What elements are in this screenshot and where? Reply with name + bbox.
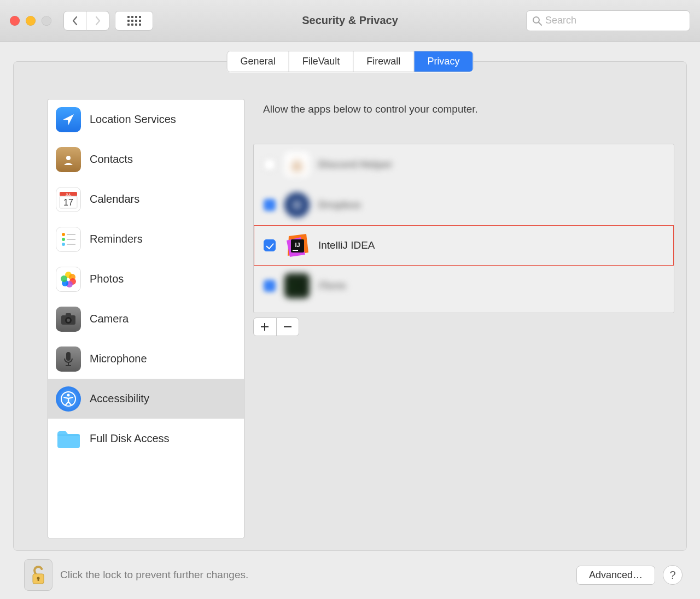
zoom-window-button [42,16,51,26]
back-button[interactable] [63,11,86,31]
camera-icon [56,307,81,332]
accessibility-icon [56,386,81,412]
tab-privacy[interactable]: Privacy [414,51,472,72]
app-name: IntelliJ IDEA [318,239,375,251]
right-pane: Allow the apps below to control your com… [253,99,674,538]
svg-point-22 [67,319,70,322]
folder-icon [56,426,81,451]
chevron-right-icon [95,16,101,26]
app-row[interactable]: Dropbox [254,185,674,225]
question-icon: ? [669,569,675,582]
tab-bar: General FileVault Firewall Privacy [227,51,474,72]
sidebar-item-label: Microphone [90,353,147,365]
sidebar-item-accessibility[interactable]: Accessibility [48,379,244,419]
app-icon: > [284,273,310,298]
sidebar-item-label: Full Disk Access [90,432,170,445]
sidebar-item-label: Calendars [90,193,139,205]
minus-icon [283,322,292,331]
contacts-icon [56,147,81,172]
help-button[interactable]: ? [663,565,682,585]
sidebar-item-location-services[interactable]: Location Services [48,99,244,139]
sidebar-item-microphone[interactable]: Microphone [48,339,244,379]
search-input[interactable] [545,15,684,26]
svg-point-7 [62,233,65,236]
app-name: iTerm [318,280,346,292]
app-row[interactable]: > iTerm [254,266,674,306]
svg-line-1 [539,22,541,25]
reminders-icon [56,227,81,252]
tab-filevault[interactable]: FileVault [289,51,354,72]
photos-icon [56,267,81,292]
app-checkbox[interactable] [264,280,276,292]
sidebar-item-label: Contacts [90,153,133,166]
add-remove-control [253,318,299,336]
sidebar-item-label: Location Services [90,113,176,126]
app-permission-list[interactable]: Discord Helper Dropbox [253,144,674,313]
app-checkbox[interactable] [264,199,276,211]
sidebar-item-reminders[interactable]: Reminders [48,219,244,259]
prefs-panel: General FileVault Firewall Privacy Locat… [13,61,687,551]
app-row[interactable]: Discord Helper [254,144,674,185]
sidebar-item-contacts[interactable]: Contacts [48,139,244,179]
app-icon [284,152,310,177]
lock-hint-text: Click the lock to prevent further change… [60,569,248,581]
footer: Click the lock to prevent further change… [0,551,700,599]
sidebar-item-label: Accessibility [90,392,149,405]
sidebar-item-label: Camera [90,313,129,325]
svg-text:IJ: IJ [295,242,300,248]
calendar-icon: JUL17 [56,187,81,212]
app-checkbox[interactable] [264,239,276,251]
svg-text:>: > [291,283,295,290]
app-name: Discord Helper [318,158,392,171]
svg-text:17: 17 [63,198,73,207]
location-icon [56,107,81,132]
content-area: General FileVault Firewall Privacy Locat… [0,42,700,551]
svg-point-18 [61,275,67,282]
sidebar-item-label: Photos [90,273,124,285]
chevron-left-icon [72,16,78,26]
grid-icon [127,16,141,26]
sidebar-item-label: Reminders [90,233,143,245]
plus-icon [260,322,269,331]
search-icon [532,16,542,26]
lock-button[interactable] [24,559,52,591]
close-window-button[interactable] [10,16,20,26]
show-all-button[interactable] [115,11,153,31]
panel-body: Location Services Contacts JUL17 Calenda… [14,62,686,550]
svg-point-2 [66,156,71,160]
privacy-category-list[interactable]: Location Services Contacts JUL17 Calenda… [48,99,244,538]
svg-point-27 [67,394,70,396]
minimize-window-button[interactable] [26,16,36,26]
sidebar-item-calendars[interactable]: JUL17 Calendars [48,179,244,219]
svg-rect-40 [38,578,39,581]
svg-rect-23 [66,352,71,361]
tab-general[interactable]: General [228,51,289,72]
svg-rect-20 [66,313,71,316]
traffic-lights [10,16,51,26]
app-name: Dropbox [318,199,361,211]
sidebar-item-full-disk-access[interactable]: Full Disk Access [48,419,244,459]
nav-button-group [63,11,109,31]
toolbar: Security & Privacy [0,0,700,42]
sidebar-item-photos[interactable]: Photos [48,259,244,299]
unlock-icon [30,564,46,586]
remove-app-button[interactable] [277,318,299,336]
svg-point-11 [62,243,65,246]
right-heading: Allow the apps below to control your com… [263,103,674,115]
svg-point-9 [62,238,65,241]
app-icon [284,192,310,218]
advanced-button[interactable]: Advanced… [576,566,655,585]
svg-text:JUL: JUL [66,193,72,196]
svg-rect-32 [293,250,298,251]
forward-button[interactable] [86,11,109,31]
microphone-icon [56,347,81,372]
intellij-icon: IJ [284,233,310,258]
sidebar-item-camera[interactable]: Camera [48,299,244,339]
app-row-intellij[interactable]: IJ IntelliJ IDEA [254,225,674,266]
add-app-button[interactable] [254,318,277,336]
app-checkbox[interactable] [264,158,276,171]
tab-firewall[interactable]: Firewall [353,51,414,72]
search-field[interactable] [526,10,690,31]
